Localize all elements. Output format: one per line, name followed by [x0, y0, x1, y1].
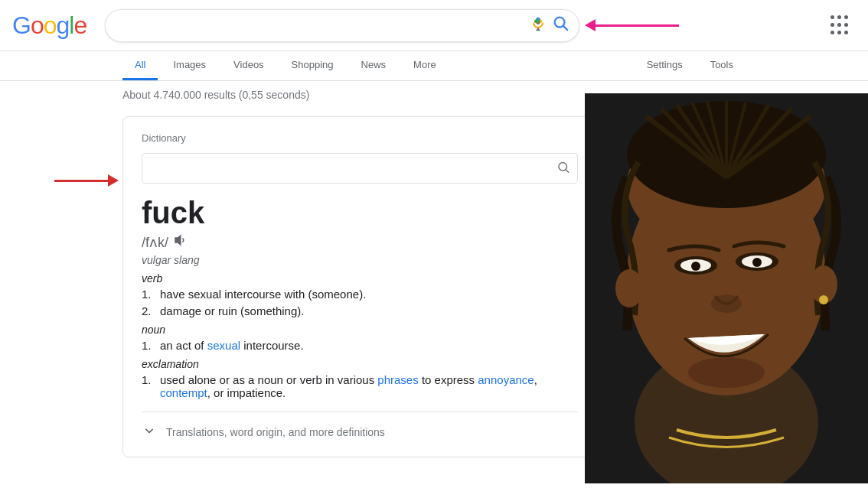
pronunciation: /fʌk/ — [142, 233, 578, 251]
svg-point-31 — [752, 258, 762, 267]
apps-dot — [837, 23, 841, 27]
word-heading: fuck — [142, 196, 578, 230]
def-text: an act of sexual intercourse. — [160, 339, 304, 352]
pronunciation-text: /fʌk/ — [142, 234, 168, 251]
search-bar-container: define fuck — [105, 9, 579, 42]
logo-letter-o1: o — [31, 11, 44, 40]
logo-letter-g: G — [12, 11, 31, 40]
def-num: 1. — [142, 339, 155, 352]
search-input[interactable]: define fuck — [105, 9, 579, 42]
pos-verb: verb — [142, 272, 578, 285]
apps-grid-icon[interactable] — [823, 8, 856, 43]
red-arrow-annotation — [54, 174, 119, 187]
tab-all[interactable]: All — [122, 51, 158, 80]
apps-dot — [830, 23, 834, 27]
side-image — [585, 93, 868, 483]
svg-line-9 — [566, 170, 569, 173]
def-link-contempt[interactable]: contempt — [160, 386, 207, 399]
google-logo: Google — [12, 11, 86, 40]
def-text: used alone or as a noun or verb in vario… — [160, 373, 578, 399]
translations-bar[interactable]: Translations, word origin, and more defi… — [142, 412, 578, 441]
def-link-annoyance[interactable]: annoyance — [478, 373, 534, 386]
pink-arrow-annotation — [585, 19, 679, 31]
apps-dot — [837, 31, 841, 34]
def-link[interactable]: sexual — [207, 339, 240, 352]
exclamation-def-1: 1. used alone or as a noun or verb in va… — [142, 373, 578, 399]
header: Google define fuck — [0, 0, 868, 51]
nav-tabs: All Images Videos Shopping News More Set… — [0, 51, 868, 81]
def-text: have sexual intercourse with (someone). — [160, 288, 366, 301]
noun-def-1: 1. an act of sexual intercourse. — [142, 339, 578, 352]
logo-letter-e: e — [73, 11, 86, 40]
verb-definitions: 1. have sexual intercourse with (someone… — [142, 288, 578, 317]
exclamation-definitions: 1. used alone or as a noun or verb in va… — [142, 373, 578, 399]
tab-settings[interactable]: Settings — [635, 51, 695, 80]
chevron-down-icon — [142, 423, 157, 441]
tab-videos[interactable]: Videos — [221, 51, 276, 80]
tab-tools[interactable]: Tools — [698, 51, 746, 80]
def-num: 1. — [142, 373, 155, 399]
svg-point-33 — [688, 357, 765, 388]
noun-definitions: 1. an act of sexual intercourse. — [142, 339, 578, 352]
pos-exclamation: exclamation — [142, 358, 578, 370]
def-num: 2. — [142, 304, 155, 317]
verb-def-2: 2. damage or ruin (something). — [142, 304, 578, 317]
def-num: 1. — [142, 288, 155, 301]
svg-point-34 — [615, 269, 643, 307]
dictionary-card: Dictionary fuck fuck /fʌk/ vulgar slan — [122, 116, 597, 457]
search-icons — [530, 15, 569, 36]
dictionary-title: Dictionary — [142, 132, 578, 144]
dict-search-container: fuck — [142, 153, 578, 184]
apps-dot — [837, 15, 841, 19]
tab-more[interactable]: More — [401, 51, 449, 80]
microphone-icon[interactable] — [530, 16, 546, 34]
apps-dot — [844, 15, 848, 19]
def-link-phrases[interactable]: phrases — [377, 373, 418, 386]
pos-noun: noun — [142, 324, 578, 336]
tab-news[interactable]: News — [349, 51, 399, 80]
logo-letter-o2: o — [44, 11, 57, 40]
logo-letter-g2: g — [56, 11, 69, 40]
def-text: damage or ruin (something). — [160, 304, 304, 317]
main-content: Dictionary fuck fuck /fʌk/ vulgar slan — [0, 116, 868, 457]
tab-images[interactable]: Images — [161, 51, 218, 80]
tab-shopping[interactable]: Shopping — [279, 51, 346, 80]
svg-line-7 — [563, 26, 567, 30]
apps-dot — [844, 23, 848, 27]
svg-point-30 — [691, 262, 700, 271]
search-lens-icon[interactable] — [552, 15, 569, 36]
svg-marker-10 — [175, 235, 181, 246]
verb-def-1: 1. have sexual intercourse with (someone… — [142, 288, 578, 301]
sound-icon[interactable] — [173, 233, 187, 251]
word-type: vulgar slang — [142, 254, 578, 266]
translations-text: Translations, word origin, and more defi… — [166, 426, 385, 438]
apps-dot — [830, 31, 834, 34]
svg-point-36 — [819, 295, 828, 304]
dictionary-search-input[interactable]: fuck — [142, 153, 578, 184]
apps-dot — [844, 31, 848, 34]
dictionary-search-button[interactable] — [556, 161, 570, 177]
apps-dot — [830, 15, 834, 19]
